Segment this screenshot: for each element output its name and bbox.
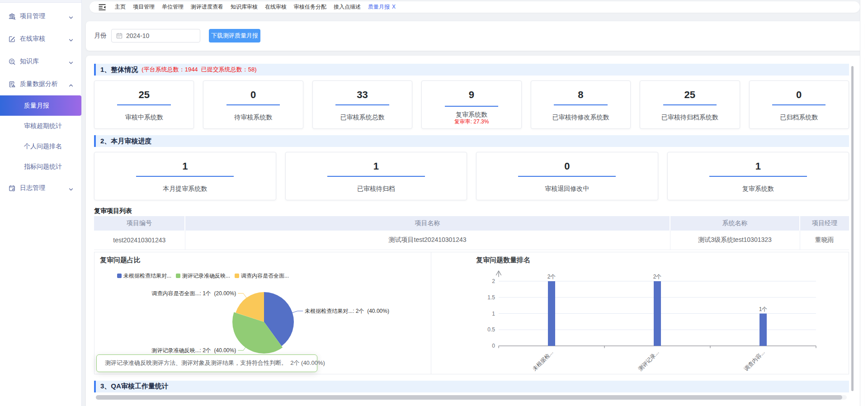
- overall-stat-card: 0待审核系统数: [203, 80, 303, 129]
- horizontal-scrollbar-thumb[interactable]: [96, 395, 842, 400]
- review-project-table: 项目编号项目名称系统名称项目经理 test202410301243测试项目tes…: [94, 216, 849, 250]
- tab-close-icon[interactable]: X: [392, 4, 396, 10]
- bar-value-label: 1个: [759, 306, 768, 312]
- bar-value-label: 2个: [547, 274, 556, 280]
- vertical-scrollbar-thumb[interactable]: [851, 66, 854, 391]
- stat-label: 复审系统数: [422, 110, 521, 118]
- stat-label: 审核中系统数: [94, 113, 193, 121]
- bar-ytick-label: 0: [492, 343, 495, 349]
- stat-underline: [709, 176, 807, 177]
- horizontal-scrollbar[interactable]: [96, 395, 847, 400]
- stat-underline: [772, 104, 826, 105]
- sidebar-subitem[interactable]: 指标问题统计: [0, 156, 81, 177]
- table-cell: 测试项目test202410301243: [185, 231, 670, 250]
- bar-1[interactable]: [654, 281, 661, 346]
- nav-tab-6[interactable]: 审核任务分配: [294, 3, 326, 11]
- stat-value: 1: [668, 161, 849, 172]
- nav-tab-4[interactable]: 知识库审核: [231, 3, 258, 11]
- nav-tab-7[interactable]: 接入点描述: [334, 3, 361, 11]
- charts-row: 复审问题占比 未根据检查结果对...测评记录准确反映...调查内容是否全面...…: [94, 252, 849, 374]
- stat-underline: [327, 176, 425, 177]
- stat-value: 0: [750, 90, 849, 100]
- table-row[interactable]: test202410301243测试项目test202410301243测试3级…: [94, 231, 849, 250]
- review-table-title: 复审项目列表: [94, 206, 849, 215]
- top-navbar: 主页项目管理单位管理测评进度查看知识库审核在线审核审核任务分配接入点描述质量月报…: [90, 1, 860, 13]
- stat-label: 审核退回修改中: [476, 184, 658, 193]
- calendar-icon: [116, 33, 123, 39]
- sidebar-item-label: 项目管理: [20, 12, 69, 20]
- stat-label: 复审系统数: [668, 184, 849, 193]
- table-col-header: 项目经理: [800, 216, 849, 231]
- sidebar-item-3[interactable]: 质量数据分析: [0, 73, 81, 95]
- bank-search-icon: [8, 13, 16, 20]
- stat-value: 9: [422, 90, 521, 100]
- bar-chart[interactable]: 00.511.522个未根据检...2个测评记录...1个调查内容...: [431, 252, 849, 374]
- sidebar-subitem-active[interactable]: 质量月报: [0, 95, 81, 116]
- overall-stats-row: 25审核中系统数0待审核系统数33已审核系统总数9复审系统数复审率: 27.3%…: [94, 80, 849, 129]
- month-value: 2024-10: [126, 32, 149, 39]
- stat-value: 1: [286, 161, 467, 172]
- overall-stat-card: 25审核中系统数: [94, 80, 194, 129]
- sidebar-subitem[interactable]: 个人问题排名: [0, 136, 81, 156]
- stat-underline: [554, 104, 607, 105]
- nav-tab-0[interactable]: 主页: [115, 3, 126, 11]
- pie-label-line: [238, 293, 246, 297]
- stat-label: 已审核待修改系统数: [531, 113, 630, 121]
- main-area: 主页项目管理单位管理测评进度查看知识库审核在线审核审核任务分配接入点描述质量月报…: [82, 0, 864, 406]
- bar-category-label: 测评记录...: [637, 349, 660, 373]
- window-scrollbar-track: [860, 0, 864, 406]
- nav-tab-5[interactable]: 在线审核: [265, 3, 287, 11]
- bar-yaxis-arrow: [496, 271, 501, 277]
- section-month-title: 2、本月审核进度: [100, 137, 151, 146]
- month-stats-row: 1本月提审系统数1已审核待归档0审核退回修改中1复审系统数: [94, 152, 849, 200]
- sidebar-item-2[interactable]: 知识库: [0, 50, 81, 73]
- pie-tooltip: 测评记录准确反映测评方法、测评对象及测评结果，支持符合性判断。 2个 (40.0…: [96, 354, 317, 372]
- nav-tab-3[interactable]: 测评进度查看: [191, 3, 223, 11]
- bar-ytick-label: 1.5: [487, 294, 495, 300]
- stat-underline: [226, 104, 280, 105]
- stat-value: 0: [476, 161, 658, 172]
- bar-2[interactable]: [760, 313, 767, 346]
- chevron-down-icon: [69, 37, 73, 41]
- nav-tab-1[interactable]: 项目管理: [133, 3, 155, 11]
- sidebar-item-1[interactable]: 在线审核: [0, 28, 81, 50]
- stat-underline: [136, 176, 234, 177]
- section-qa-header: 3、QA审核工作量统计: [94, 381, 849, 392]
- sidebar: 项目管理在线审核知识库质量数据分析质量月报审核超期统计个人问题排名指标问题统计日…: [0, 0, 82, 406]
- section-overall-note: (平台系统总数：1944 已提交系统总数：58): [142, 66, 256, 74]
- month-label: 月份: [94, 32, 107, 40]
- month-picker-input[interactable]: 2024-10: [111, 29, 200, 42]
- stat-label: 待审核系统数: [203, 113, 302, 121]
- sidebar-subitem[interactable]: 审核超期统计: [0, 116, 81, 136]
- nav-tab-2[interactable]: 单位管理: [162, 3, 184, 11]
- stat-label: 已审核待归档: [286, 184, 467, 193]
- doc-warning-icon: [8, 80, 16, 88]
- overall-stat-card: 9复审系统数复审率: 27.3%: [421, 80, 521, 129]
- section-month-header: 2、本月审核进度: [94, 135, 849, 147]
- pie-chart-panel: 复审问题占比 未根据检查结果对...测评记录准确反映...调查内容是否全面...…: [94, 252, 431, 374]
- stat-sub-rate: 复审率: 27.3%: [422, 118, 521, 125]
- bar-0[interactable]: [548, 281, 555, 346]
- search-doc-icon: [8, 58, 16, 66]
- section-overall-header: 1、整体情况 (平台系统总数：1944 已提交系统总数：58): [94, 64, 849, 76]
- bar-ytick-label: 0.5: [487, 326, 495, 333]
- nav-tab-8-active[interactable]: 质量月报X: [368, 3, 396, 11]
- nav-tabs: 主页项目管理单位管理测评进度查看知识库审核在线审核审核任务分配接入点描述质量月报…: [115, 3, 396, 11]
- sidebar-item-0[interactable]: 项目管理: [0, 5, 81, 28]
- stat-label: 本月提审系统数: [94, 184, 276, 193]
- month-stat-card: 1本月提审系统数: [94, 152, 276, 200]
- table-col-header: 系统名称: [670, 216, 800, 231]
- stat-value: 25: [94, 90, 193, 100]
- download-report-button[interactable]: 下载测评质量月报: [209, 29, 260, 42]
- sidebar-item-4[interactable]: 日志管理: [0, 177, 81, 199]
- filter-row: 月份 2024-10 下载测评质量月报: [94, 29, 260, 42]
- stat-value: 33: [313, 90, 412, 100]
- section-qa-title: 3、QA审核工作量统计: [100, 382, 169, 391]
- month-stat-card: 1复审系统数: [667, 152, 849, 200]
- overall-stat-card: 8已审核待修改系统数: [531, 80, 631, 129]
- menu-fold-icon[interactable]: [99, 4, 106, 10]
- pie-callout-label: 调查内容是否全面...: 1个 (20.00%): [151, 290, 236, 296]
- filter-card: 月份 2024-10 下载测评质量月报: [86, 21, 863, 51]
- pie-callout-label: 测评记录准确反映...: 2个 (40.00%): [151, 347, 236, 354]
- bar-value-label: 2个: [653, 274, 662, 280]
